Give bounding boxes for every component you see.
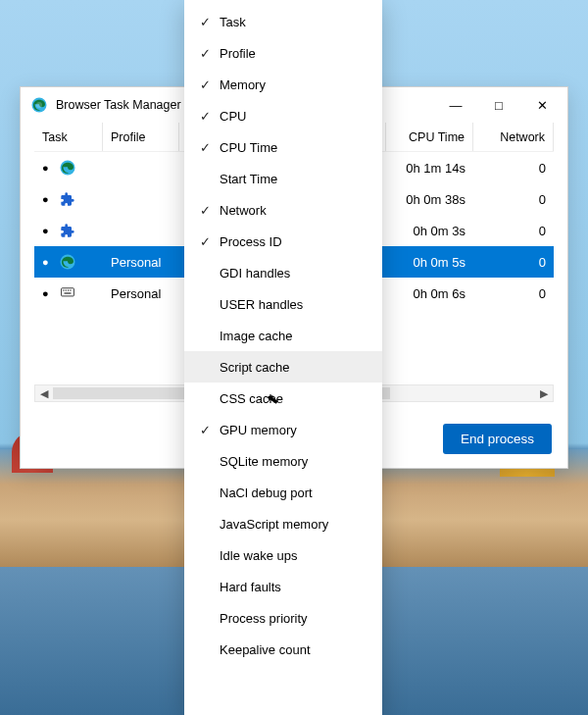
menu-item-label: Process priority	[220, 611, 368, 626]
checkmark-icon: ✓	[200, 423, 220, 437]
cell-cpu-time: 0h 0m 6s	[385, 286, 473, 301]
scroll-right-arrow-icon[interactable]: ▶	[535, 387, 553, 400]
cell-network: 0	[473, 161, 554, 176]
svg-rect-5	[63, 290, 64, 291]
extension-icon	[59, 190, 76, 208]
cell-task: ●	[34, 253, 103, 271]
menu-item-network[interactable]: ✓Network	[184, 194, 382, 226]
menu-item-cpu[interactable]: ✓CPU	[184, 100, 382, 131]
menu-item-javascript-memory[interactable]: JavaScript memory	[184, 508, 382, 539]
cell-task: ●	[34, 190, 103, 208]
menu-item-label: Image cache	[220, 329, 368, 343]
row-bullet-icon: ●	[42, 257, 49, 268]
menu-item-label: Process ID	[220, 234, 368, 249]
checkmark-icon: ✓	[200, 15, 220, 29]
menu-item-profile[interactable]: ✓Profile	[184, 37, 382, 69]
cell-network: 0	[473, 224, 554, 238]
menu-item-script-cache[interactable]: Script cache	[184, 351, 382, 383]
checkmark-icon: ✓	[200, 140, 220, 155]
row-bullet-icon: ●	[42, 163, 49, 174]
extension-icon	[59, 222, 76, 239]
column-header-cpu-time[interactable]: CPU Time	[385, 123, 473, 151]
menu-item-keepalive-count[interactable]: Keepalive count	[184, 634, 382, 665]
menu-item-label: Task	[220, 15, 368, 29]
edge-icon	[59, 159, 76, 177]
menu-item-label: NaCl debug port	[220, 485, 368, 500]
cell-task: ●	[34, 159, 103, 177]
edge-beta-icon	[30, 96, 48, 114]
menu-item-label: Profile	[220, 46, 368, 61]
menu-item-hard-faults[interactable]: Hard faults	[184, 571, 382, 602]
column-header-task[interactable]: Task	[34, 123, 103, 151]
svg-rect-7	[68, 290, 69, 291]
menu-item-label: Network	[220, 203, 368, 218]
cell-network: 0	[473, 192, 554, 207]
cell-cpu-time: 0h 0m 3s	[385, 224, 473, 238]
menu-item-label: Memory	[220, 77, 368, 92]
menu-item-task[interactable]: ✓Task	[184, 6, 382, 37]
scroll-left-arrow-icon[interactable]: ◀	[35, 387, 53, 400]
menu-item-label: GPU memory	[220, 423, 368, 437]
row-bullet-icon: ●	[42, 194, 49, 205]
close-button[interactable]: ✕	[520, 90, 564, 120]
maximize-button[interactable]: □	[477, 90, 520, 120]
checkmark-icon: ✓	[200, 109, 220, 124]
menu-item-gdi-handles[interactable]: GDI handles	[184, 257, 382, 288]
svg-rect-6	[65, 290, 66, 291]
window-controls: ― □ ✕	[434, 90, 564, 120]
menu-item-label: CSS cache	[220, 391, 368, 406]
cell-cpu-time: 0h 1m 14s	[385, 161, 473, 176]
menu-item-process-priority[interactable]: Process priority	[184, 602, 382, 634]
menu-item-label: Hard faults	[220, 580, 368, 594]
menu-item-label: GDI handles	[220, 266, 368, 281]
svg-rect-4	[61, 288, 74, 296]
minimize-button[interactable]: ―	[434, 90, 477, 120]
cell-profile: Personal	[103, 255, 179, 270]
menu-item-label: Script cache	[220, 360, 368, 375]
svg-rect-8	[70, 290, 71, 291]
checkmark-icon: ✓	[200, 234, 220, 249]
edge-icon	[59, 253, 76, 271]
menu-item-label: Keepalive count	[220, 642, 368, 657]
cell-cpu-time: 0h 0m 5s	[385, 255, 473, 270]
cell-task: ●	[34, 222, 103, 239]
menu-item-nacl-debug-port[interactable]: NaCl debug port	[184, 477, 382, 508]
cell-task: ●	[34, 284, 103, 302]
row-bullet-icon: ●	[42, 226, 49, 236]
cell-profile: Personal	[103, 286, 179, 301]
end-process-button[interactable]: End process	[443, 424, 552, 454]
menu-item-memory[interactable]: ✓Memory	[184, 69, 382, 100]
menu-item-label: CPU Time	[220, 140, 368, 155]
column-context-menu[interactable]: ✓Task✓Profile✓Memory✓CPU✓CPU TimeStart T…	[184, 0, 382, 715]
row-bullet-icon: ●	[42, 288, 49, 299]
menu-item-label: Start Time	[220, 172, 368, 186]
checkmark-icon: ✓	[200, 46, 220, 61]
menu-item-label: USER handles	[220, 297, 368, 312]
menu-item-user-handles[interactable]: USER handles	[184, 288, 382, 320]
svg-point-1	[36, 102, 42, 108]
cell-cpu-time: 0h 0m 38s	[385, 192, 473, 207]
menu-item-sqlite-memory[interactable]: SQLite memory	[184, 445, 382, 477]
menu-item-start-time[interactable]: Start Time	[184, 163, 382, 194]
column-header-profile[interactable]: Profile	[103, 123, 179, 151]
menu-item-label: Idle wake ups	[220, 548, 368, 563]
menu-item-css-cache[interactable]: CSS cache	[184, 383, 382, 414]
cell-network: 0	[473, 255, 554, 270]
menu-item-image-cache[interactable]: Image cache	[184, 320, 382, 351]
menu-item-label: JavaScript memory	[220, 517, 368, 532]
menu-item-idle-wake-ups[interactable]: Idle wake ups	[184, 539, 382, 571]
menu-item-process-id[interactable]: ✓Process ID	[184, 226, 382, 257]
checkmark-icon: ✓	[200, 77, 220, 92]
cell-network: 0	[473, 286, 554, 301]
column-header-network[interactable]: Network	[473, 123, 554, 151]
checkmark-icon: ✓	[200, 203, 220, 218]
svg-rect-9	[64, 292, 71, 293]
menu-item-label: SQLite memory	[220, 454, 368, 469]
menu-item-cpu-time[interactable]: ✓CPU Time	[184, 131, 382, 163]
menu-item-label: CPU	[220, 109, 368, 124]
keyboard-icon	[59, 284, 76, 302]
menu-item-gpu-memory[interactable]: ✓GPU memory	[184, 414, 382, 445]
